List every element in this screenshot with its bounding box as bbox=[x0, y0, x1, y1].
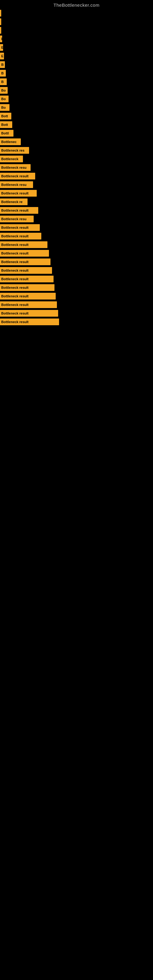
bar-item bbox=[0, 27, 1, 34]
chart-row: Bottleneck result bbox=[0, 275, 153, 283]
bar-item: Bottleneck result bbox=[0, 310, 58, 317]
chart-row bbox=[0, 26, 153, 35]
chart-row: Bottleneck result bbox=[0, 309, 153, 318]
bar-item: Bottleneck result bbox=[0, 241, 48, 248]
chart-row: Bott bbox=[0, 120, 153, 129]
chart-row: B bbox=[0, 60, 153, 69]
chart-row: Bottleneck result bbox=[0, 266, 153, 275]
bar-item: E bbox=[0, 35, 2, 42]
bar-item: Bo bbox=[0, 95, 9, 102]
chart-row: Bottlenec bbox=[0, 137, 153, 146]
bar-item: Bottleneck result bbox=[0, 293, 56, 299]
bar-item: B bbox=[0, 78, 7, 85]
chart-row: E bbox=[0, 43, 153, 52]
bar-item: E bbox=[0, 44, 3, 51]
bar-item: Bottleneck result bbox=[0, 190, 37, 197]
bar-item: B bbox=[0, 70, 6, 76]
bar-item: B bbox=[0, 61, 5, 68]
chart-row: Bo bbox=[0, 95, 153, 103]
bar-item: Bottlenec bbox=[0, 138, 21, 145]
chart-row: Bottleneck result bbox=[0, 318, 153, 326]
chart-row: B bbox=[0, 78, 153, 86]
chart-row: Bottleneck result bbox=[0, 206, 153, 215]
bar-item: Bottleneck resu bbox=[0, 164, 30, 171]
site-title: TheBottlenecker.com bbox=[0, 0, 153, 9]
bar-item: Bottleneck res bbox=[0, 147, 29, 154]
bar-item: Bottleneck result bbox=[0, 275, 54, 282]
bar-item: Bottleneck result bbox=[0, 224, 40, 231]
bar-item: Bottleneck result bbox=[0, 173, 35, 180]
bar-item: Bottleneck re bbox=[0, 199, 27, 205]
chart-row: Bottleneck result bbox=[0, 249, 153, 258]
chart-row: Bottleneck re bbox=[0, 197, 153, 206]
chart-row bbox=[0, 18, 153, 26]
chart-row: Bottleneck resu bbox=[0, 180, 153, 189]
bar-item: Bottleneck bbox=[0, 156, 23, 162]
chart-row: Bott bbox=[0, 112, 153, 120]
chart-row: Bottleneck resu bbox=[0, 163, 153, 172]
chart-row: E bbox=[0, 35, 153, 43]
bar-item: Bottleneck result bbox=[0, 207, 38, 214]
bar-item: Bottl bbox=[0, 130, 13, 137]
chart-row: Bottl bbox=[0, 129, 153, 137]
bar-item: Bottleneck result bbox=[0, 318, 59, 325]
bar-item: Bottleneck result bbox=[0, 267, 52, 274]
chart-row: Bottleneck result bbox=[0, 223, 153, 232]
chart-row: Bottleneck result bbox=[0, 172, 153, 180]
bar-item: Bottleneck result bbox=[0, 284, 54, 291]
chart-row: Bottleneck result bbox=[0, 283, 153, 292]
bar-item: Bottleneck resu bbox=[0, 216, 33, 222]
bar-item: Bottleneck result bbox=[0, 250, 49, 257]
bar-item: Bottleneck result bbox=[0, 258, 51, 265]
chart-row: Bottleneck result bbox=[0, 189, 153, 197]
chart-row: Bottleneck result bbox=[0, 292, 153, 301]
chart-row: Bottleneck result bbox=[0, 258, 153, 266]
chart-row: E bbox=[0, 52, 153, 60]
chart-container: EEEBBBBoBoBoBottBottBottlBottlenecBottle… bbox=[0, 9, 153, 326]
chart-row: B bbox=[0, 69, 153, 78]
chart-row: Bo bbox=[0, 86, 153, 95]
chart-row: Bottleneck bbox=[0, 155, 153, 163]
chart-row: Bottleneck resu bbox=[0, 215, 153, 223]
bar-item: Bo bbox=[0, 104, 10, 111]
chart-row: Bottleneck result bbox=[0, 232, 153, 240]
bar-item: Bottleneck result bbox=[0, 233, 41, 240]
chart-row: Bottleneck res bbox=[0, 146, 153, 155]
bar-item: Bott bbox=[0, 113, 11, 119]
bar-item: E bbox=[0, 52, 4, 59]
bar-item: Bott bbox=[0, 121, 12, 128]
chart-row: Bottleneck result bbox=[0, 301, 153, 309]
chart-row: Bo bbox=[0, 103, 153, 112]
bar-item bbox=[0, 18, 1, 25]
bar-item: Bo bbox=[0, 87, 8, 94]
bar-item: Bottleneck resu bbox=[0, 181, 33, 188]
bar-item: Bottleneck result bbox=[0, 301, 57, 308]
chart-row bbox=[0, 9, 153, 18]
chart-row: Bottleneck result bbox=[0, 240, 153, 249]
bar-item bbox=[0, 10, 1, 16]
